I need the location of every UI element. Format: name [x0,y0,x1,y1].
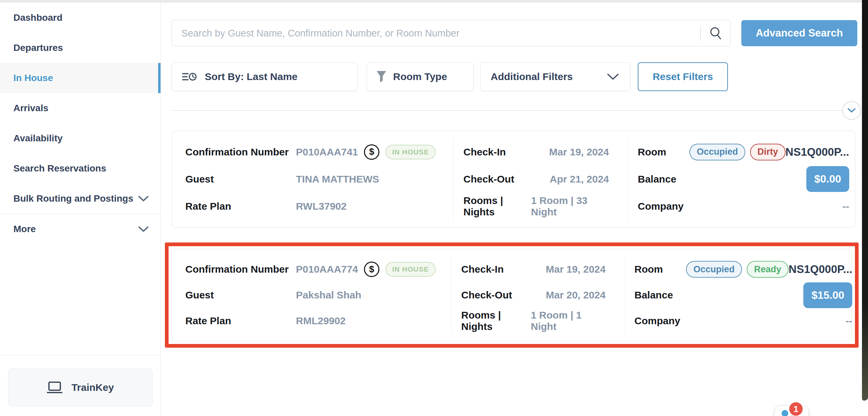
check-in-value: Mar 19, 2024 [546,264,606,275]
company-value: -- [842,201,849,212]
sidebar-item-label: Bulk Routing and Postings [13,193,133,204]
advanced-search-button[interactable]: Advanced Search [741,20,857,46]
chevron-down-icon [607,74,619,80]
reset-filters-button[interactable]: Reset Filters [638,62,728,91]
card-guest-column: Confirmation Number P010AAA774 $ IN HOUS… [172,249,451,341]
rooms-nights-label: Rooms | Nights [461,310,531,332]
check-in-label: Check-In [464,147,506,158]
highlight-border: Confirmation Number P010AAA774 $ IN HOUS… [165,243,859,348]
card-room-column: Room Occupied Ready NS1Q000P... Balance … [625,249,851,341]
rooms-nights-value: 1 Room | 33 Night [531,195,609,218]
additional-filters-dropdown[interactable]: Additional Filters [480,62,630,91]
folio-dollar-icon[interactable]: $ [364,145,379,160]
folio-dollar-icon[interactable]: $ [364,262,379,277]
check-out-value: Mar 20, 2024 [546,289,606,301]
sidebar-footer: TrainKey [0,355,160,406]
notification-badge: 1 [788,401,804,416]
window-edge-strip [862,0,868,401]
status-badge: IN HOUSE [385,262,436,277]
company-label: Company [638,201,684,212]
check-out-label: Check-Out [464,173,515,185]
company-value: -- [845,315,852,327]
guest-label: Guest [185,289,296,301]
sidebar: Dashboard Departures In House Arrivals A… [0,3,161,416]
company-label: Company [634,315,680,327]
search-icon[interactable] [709,21,730,46]
status-badge: IN HOUSE [385,145,436,159]
chevron-down-icon [847,108,856,113]
sidebar-item-bulk-routing[interactable]: Bulk Routing and Postings [0,184,160,214]
room-number-value: NS1Q000P... [788,263,852,276]
sidebar-item-arrivals[interactable]: Arrivals [0,93,160,123]
check-out-label: Check-Out [461,289,512,301]
section-divider [172,110,843,110]
room-status-pill-occupied: Occupied [686,261,742,278]
sidebar-item-label: Departures [13,42,63,53]
sidebar-item-dashboard[interactable]: Dashboard [0,3,160,33]
card-guest-column: Confirmation Number P010AAA741 $ IN HOUS… [172,131,454,227]
check-in-value: Mar 19, 2024 [549,147,609,158]
sidebar-item-label: Dashboard [13,12,62,23]
sidebar-item-label: Availability [13,133,63,144]
confirmation-value: P010AAA774 [296,264,358,275]
balance-label: Balance [638,173,676,185]
room-status-pill-ready: Ready [747,261,788,278]
sidebar-item-label: Search Reservations [13,163,106,174]
balance-label: Balance [634,289,673,301]
rate-plan-value: RML29902 [296,315,345,327]
check-in-label: Check-In [461,264,504,275]
confirmation-label: Confirmation Number [185,264,296,275]
balance-button[interactable]: $15.00 [803,282,852,308]
sidebar-item-in-house[interactable]: In House [0,63,160,93]
room-label: Room [634,264,674,275]
sort-by-dropdown[interactable]: Sort By: Last Name [172,62,358,91]
sidebar-item-search-reservations[interactable]: Search Reservations [0,153,160,184]
room-number-value: NS1Q000P... [785,146,849,158]
trainkey-label: TrainKey [71,382,114,393]
sidebar-item-availability[interactable]: Availability [0,123,160,153]
funnel-icon [376,71,386,83]
card-room-column: Room Occupied Dirty NS1Q000P... Balance … [628,131,855,227]
sort-icon [182,71,197,83]
rate-plan-label: Rate Plan [185,315,296,327]
guest-value: Pakshal Shah [296,289,361,301]
collapse-section-button[interactable] [842,101,861,120]
chevron-down-icon [138,196,149,202]
rooms-nights-value: 1 Room | 1 Night [531,310,606,332]
additional-filters-label: Additional Filters [491,71,573,83]
guest-value: TINA MATTHEWS [296,173,379,185]
balance-button[interactable]: $0.00 [806,166,849,192]
trainkey-button[interactable]: TrainKey [8,369,153,406]
rate-plan-value: RWL37902 [296,201,346,212]
reservation-card[interactable]: Confirmation Number P010AAA741 $ IN HOUS… [172,131,855,228]
top-window-strip [0,0,868,3]
sidebar-item-label: More [13,224,36,234]
search-divider [701,26,701,40]
laptop-icon [46,381,63,394]
room-type-dropdown[interactable]: Room Type [367,62,473,91]
room-type-label: Room Type [393,71,447,83]
sidebar-item-label: Arrivals [13,103,48,114]
confirmation-value: P010AAA741 [296,147,358,158]
room-status-pill-occupied: Occupied [689,144,745,160]
card-dates-column: Check-In Mar 19, 2024 Check-Out Mar 20, … [451,249,625,341]
card-dates-column: Check-In Mar 19, 2024 Check-Out Apr 21, … [454,131,628,227]
reservation-card[interactable]: Confirmation Number P010AAA774 $ IN HOUS… [172,249,852,341]
check-out-value: Apr 21, 2024 [550,173,609,185]
sidebar-item-departures[interactable]: Departures [0,33,160,63]
guest-label: Guest [185,173,296,185]
chevron-down-icon [138,226,149,232]
room-status-pill-dirty: Dirty [750,144,785,160]
search-box [172,20,731,46]
confirmation-label: Confirmation Number [185,147,296,158]
search-input[interactable] [172,21,701,46]
sidebar-nav: Dashboard Departures In House Arrivals A… [0,3,160,244]
sort-by-label: Sort By: Last Name [205,71,298,83]
rooms-nights-label: Rooms | Nights [464,195,531,218]
sidebar-item-label: In House [13,73,53,84]
rate-plan-label: Rate Plan [185,201,296,212]
room-label: Room [638,147,677,158]
sidebar-item-more[interactable]: More [0,214,160,244]
